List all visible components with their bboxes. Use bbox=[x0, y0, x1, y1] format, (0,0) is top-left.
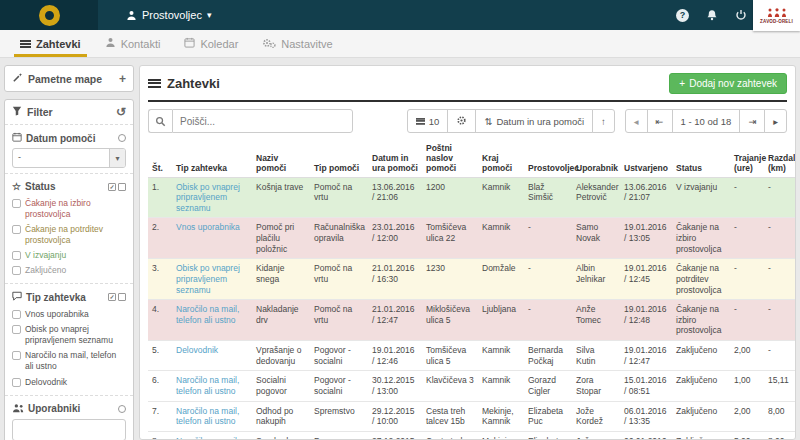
users-filter-radio[interactable] bbox=[118, 405, 126, 413]
distance-value: - bbox=[764, 300, 796, 341]
checkbox[interactable] bbox=[12, 325, 21, 334]
checkbox[interactable] bbox=[12, 266, 21, 275]
org-people-icon bbox=[766, 8, 788, 18]
status-text: Čakanje na potrditev prostovoljca bbox=[672, 259, 730, 300]
prev-page-button[interactable]: ◂ bbox=[625, 109, 648, 133]
help-place: Kamnik bbox=[478, 341, 524, 371]
filter-option[interactable]: Vnos uporabnika bbox=[12, 307, 126, 322]
sort-direction-button[interactable]: ↑ bbox=[592, 109, 615, 133]
filter-option[interactable]: Delovodnik bbox=[12, 375, 126, 390]
page-size-button[interactable]: 10 bbox=[407, 109, 449, 133]
request-type-link[interactable]: Naročilo na mail, telefon ali ustno bbox=[172, 431, 252, 440]
column-header-11[interactable]: Status bbox=[672, 140, 730, 177]
checkbox[interactable] bbox=[12, 310, 21, 319]
volunteer-name: - bbox=[524, 218, 572, 259]
next-page-button[interactable]: ▸ bbox=[764, 109, 787, 133]
column-header-4[interactable]: Tip pomoči bbox=[310, 140, 368, 177]
request-type-link[interactable]: Obisk po vnaprej pripravljenem seznamu bbox=[172, 259, 252, 300]
tab-zahtevki[interactable]: Zahtevki bbox=[8, 30, 93, 57]
column-header-6[interactable]: Poštni naslov pomoči bbox=[422, 140, 478, 177]
date-filter-title: Datum pomoči bbox=[26, 133, 95, 144]
help-place: Kamnik bbox=[478, 177, 524, 218]
filter-option[interactable]: Obisk po vnaprej pripravljenem seznamu bbox=[12, 322, 126, 348]
help-datetime: 21.01.2016 / 12:47 bbox=[368, 300, 422, 341]
help-icon[interactable]: ? bbox=[675, 8, 690, 23]
created-datetime: 13.06.2016 / 21:07 bbox=[620, 177, 672, 218]
users-filter-input[interactable] bbox=[12, 419, 126, 440]
filter-reset-icon[interactable]: ↺ bbox=[116, 106, 126, 118]
add-request-button[interactable]: + Dodaj nov zahtevek bbox=[669, 73, 787, 94]
column-header-7[interactable]: Kraj pomoči bbox=[478, 140, 524, 177]
user-name: Jože Kordež bbox=[572, 431, 620, 440]
select-all-none-toggle[interactable]: ✓ bbox=[108, 293, 126, 301]
checkbox[interactable] bbox=[12, 225, 21, 234]
column-header-3[interactable]: Naziv pomoči bbox=[252, 140, 310, 177]
add-smart-map-button[interactable]: + bbox=[119, 73, 126, 85]
duration-value: 2,00 bbox=[730, 401, 764, 431]
app-logo[interactable] bbox=[0, 0, 98, 30]
first-page-button[interactable]: ⇤ bbox=[647, 109, 673, 133]
request-type-link[interactable]: Naročilo na mail, telefon ali ustno bbox=[172, 300, 252, 341]
request-type-link[interactable]: Naročilo na mail, telefon ali ustno bbox=[172, 371, 252, 401]
table-settings-button[interactable] bbox=[447, 109, 476, 133]
column-header-2[interactable]: Tip zahtevka bbox=[172, 140, 252, 177]
column-header-12[interactable]: Trajanje (ure) bbox=[730, 140, 764, 177]
notifications-bell-icon[interactable] bbox=[704, 8, 719, 23]
filter-option[interactable]: Zaključeno bbox=[12, 263, 126, 278]
help-type: Spremstvo bbox=[310, 401, 368, 431]
organization-logo[interactable]: ZAVOD-ORELI bbox=[753, 0, 800, 31]
select-all-none-toggle[interactable]: ✓ bbox=[108, 183, 126, 191]
chevron-down-icon: ▾ bbox=[109, 149, 125, 167]
view-options-group: 10 ⇅ Datum in ura pomoči ↑ bbox=[407, 109, 615, 133]
column-header-8[interactable]: Prostovoljec bbox=[524, 140, 572, 177]
help-address: Tomšičeva ulica 22 bbox=[422, 218, 478, 259]
checkbox[interactable] bbox=[12, 251, 21, 260]
filter-option[interactable]: V izvajanju bbox=[12, 248, 126, 263]
app-menu-dropdown[interactable]: Prostovoljec ▾ bbox=[126, 9, 211, 21]
help-datetime: 30.12.2015 / 13:00 bbox=[368, 371, 422, 401]
column-header-5[interactable]: Datum in ura pomoči bbox=[368, 140, 422, 177]
calendar-small-icon bbox=[12, 132, 22, 144]
filter-option[interactable]: Naročilo na mail, telefon ali ustno bbox=[12, 348, 126, 374]
checkbox[interactable] bbox=[12, 378, 21, 387]
column-header-13[interactable]: Razdalja (km) bbox=[764, 140, 796, 177]
tab-kontakti[interactable]: Kontakti bbox=[93, 30, 173, 57]
column-header-9[interactable]: Uporabnik bbox=[572, 140, 620, 177]
distance-value: - bbox=[764, 177, 796, 218]
request-type-link[interactable]: Obisk po vnaprej pripravljenem seznamu bbox=[172, 177, 252, 218]
sidebar: Pametne mape + Filter ↺ Datum pomoč bbox=[4, 65, 134, 440]
date-filter-radio[interactable] bbox=[118, 134, 126, 142]
tab-koledar[interactable]: Koledar bbox=[172, 30, 250, 57]
request-type-link[interactable]: Vnos uporabnika bbox=[172, 218, 252, 259]
sort-by-button[interactable]: ⇅ Datum in ura pomoči bbox=[475, 109, 593, 133]
request-type-link[interactable]: Delovodnik bbox=[172, 341, 252, 371]
filter-option[interactable]: Čakanje na izbiro prostovoljca bbox=[12, 196, 126, 222]
speech-bubble-icon bbox=[12, 291, 22, 303]
smart-maps-title: Pametne mape bbox=[28, 73, 102, 85]
filter-option[interactable]: Čakanje na potrditev prostovoljca bbox=[12, 222, 126, 248]
logout-power-icon[interactable] bbox=[733, 8, 748, 23]
checkbox[interactable] bbox=[12, 351, 21, 360]
column-header-1[interactable]: Št. bbox=[148, 140, 172, 177]
gears-icon bbox=[262, 37, 276, 51]
help-type: Pogovor - socialni bbox=[310, 371, 368, 401]
help-name: Kidanje snega bbox=[252, 259, 310, 300]
last-page-button[interactable]: ⇥ bbox=[739, 109, 765, 133]
chevron-down-icon: ▾ bbox=[207, 10, 212, 20]
distance-value: - bbox=[764, 259, 796, 300]
checkbox[interactable] bbox=[12, 199, 21, 208]
column-header-10[interactable]: Ustvarjeno bbox=[620, 140, 672, 177]
filter-option-label: Delovodnik bbox=[25, 377, 67, 388]
request-type-link[interactable]: Naročilo na mail, telefon ali ustno bbox=[172, 401, 252, 431]
tab-nastavitve[interactable]: Nastavitve bbox=[250, 30, 344, 57]
search-group bbox=[148, 109, 353, 133]
search-input[interactable] bbox=[172, 109, 353, 133]
filter-option-label: Obisk po vnaprej pripravljenem seznamu bbox=[25, 324, 126, 346]
help-name: Socialni pogovor bbox=[252, 371, 310, 401]
created-datetime: 15.01.2016 / 08:51 bbox=[620, 371, 672, 401]
duration-value: - bbox=[730, 259, 764, 300]
filter-title: Filter bbox=[27, 106, 53, 118]
status-text: Zaključeno bbox=[672, 431, 730, 440]
volunteer-name: Gorazd Cigler bbox=[524, 371, 572, 401]
date-filter-select[interactable]: - ▾ bbox=[12, 148, 126, 168]
